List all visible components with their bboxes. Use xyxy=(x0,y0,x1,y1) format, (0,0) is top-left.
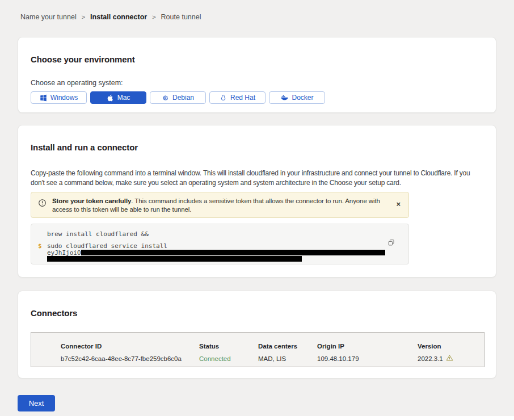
version-warning-icon xyxy=(446,354,453,363)
os-button-windows[interactable]: Windows xyxy=(31,91,87,104)
os-button-label: Debian xyxy=(172,94,194,102)
col-header-status: Status xyxy=(199,343,258,350)
os-button-debian[interactable]: Debian xyxy=(150,91,206,104)
cell-version: 2022.3.1 xyxy=(418,354,484,363)
install-instructions: Copy-paste the following command into a … xyxy=(31,169,481,187)
close-icon[interactable]: × xyxy=(396,200,401,208)
copy-icon[interactable] xyxy=(387,239,395,248)
breadcrumb-step-install-connector[interactable]: Install connector xyxy=(90,13,147,21)
connectors-card-title: Connectors xyxy=(31,308,483,318)
next-button[interactable]: Next xyxy=(18,395,55,411)
bottom-edge-strip xyxy=(0,416,514,420)
docker-icon xyxy=(280,94,288,102)
redhat-icon xyxy=(220,94,227,102)
table-row: b7c52c42-6caa-48ee-8c77-fbe259cb6c0a Con… xyxy=(61,354,484,363)
os-select-label: Choose an operating system: xyxy=(31,79,483,87)
apple-icon xyxy=(107,94,114,102)
windows-icon xyxy=(40,94,47,102)
status-badge: Connected xyxy=(199,355,258,362)
choose-environment-card: Choose your environment Choose an operat… xyxy=(18,37,496,113)
debian-icon xyxy=(162,94,169,102)
code-line-sudo: $ sudo cloudflared service install xyxy=(47,243,408,249)
os-button-label: Mac xyxy=(117,94,130,102)
warning-text: Store your token carefully. This command… xyxy=(52,197,391,214)
code-line-token: eyJhIjoiO xyxy=(47,250,408,255)
os-button-label: Red Hat xyxy=(230,94,255,102)
breadcrumb-separator: > xyxy=(152,14,155,20)
breadcrumb-step-name-your-tunnel[interactable]: Name your tunnel xyxy=(20,13,77,21)
os-button-redhat[interactable]: Red Hat xyxy=(209,91,266,104)
breadcrumb-separator: > xyxy=(82,14,85,20)
code-line-brew: brew install cloudflared && xyxy=(47,231,408,237)
os-button-group: Windows Mac Debian Red Hat Docker xyxy=(31,91,483,104)
col-header-origin-ip: Origin IP xyxy=(317,343,418,350)
os-button-label: Windows xyxy=(50,94,78,102)
install-command-code-block: brew install cloudflared && $ sudo cloud… xyxy=(31,224,409,264)
col-header-data-centers: Data centers xyxy=(258,343,317,350)
breadcrumb: Name your tunnel > Install connector > R… xyxy=(0,0,514,21)
shell-prompt: $ xyxy=(38,243,42,249)
warning-title: Store your token carefully xyxy=(52,198,131,204)
cell-data-centers: MAD, LIS xyxy=(258,355,317,362)
environment-card-title: Choose your environment xyxy=(31,54,483,64)
install-card-title: Install and run a connector xyxy=(31,142,483,152)
code-line-token-continued xyxy=(47,256,408,262)
breadcrumb-step-route-tunnel[interactable]: Route tunnel xyxy=(161,13,201,21)
col-header-version: Version xyxy=(418,343,484,350)
cell-origin-ip: 109.48.10.179 xyxy=(317,355,418,362)
os-button-docker[interactable]: Docker xyxy=(269,91,325,104)
alert-circle-icon xyxy=(38,199,47,209)
os-button-mac[interactable]: Mac xyxy=(90,91,146,104)
col-header-connector-id: Connector ID xyxy=(61,343,199,350)
redacted-token-bar xyxy=(47,256,302,262)
connectors-card: Connectors Connector ID Status Data cent… xyxy=(18,291,496,379)
cell-connector-id: b7c52c42-6caa-48ee-8c77-fbe259cb6c0a xyxy=(61,355,199,362)
connectors-table: Connector ID Status Data centers Origin … xyxy=(31,332,484,367)
redacted-token-bar xyxy=(81,250,385,255)
os-button-label: Docker xyxy=(292,94,313,102)
connectors-table-header: Connector ID Status Data centers Origin … xyxy=(61,343,484,350)
token-warning-banner: Store your token carefully. This command… xyxy=(31,192,409,218)
install-connector-card: Install and run a connector Copy-paste t… xyxy=(18,125,496,278)
